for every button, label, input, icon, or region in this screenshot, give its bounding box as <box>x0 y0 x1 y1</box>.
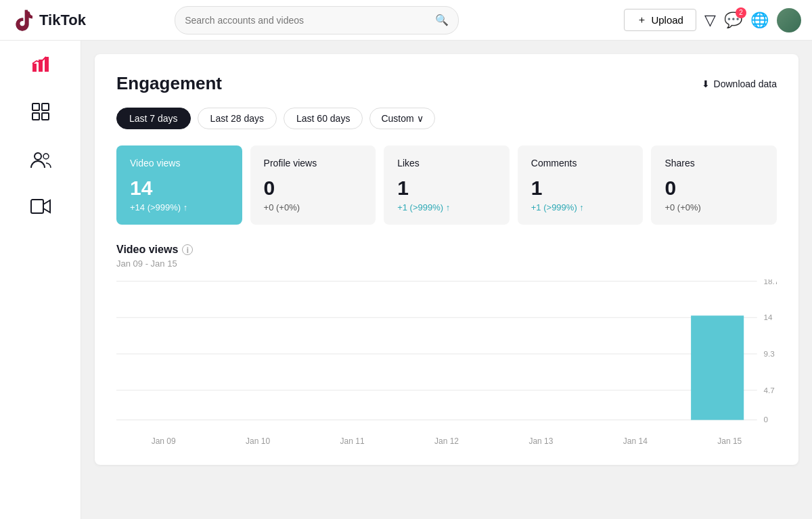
analytics-icon <box>31 54 50 78</box>
stat-change-comments: +1 (>999%) ↑ <box>531 202 630 212</box>
svg-rect-0 <box>32 64 37 72</box>
search-icon: 🔍 <box>435 14 449 26</box>
search-input[interactable] <box>185 15 435 26</box>
download-icon: ⬇ <box>702 78 710 89</box>
logo-text: TikTok <box>39 12 86 29</box>
stat-value-profile-views: 0 <box>264 177 363 200</box>
custom-label: Custom <box>381 113 413 124</box>
sidebar-item-analytics[interactable] <box>31 54 50 78</box>
engagement-header: Engagement ⬇ Download data <box>116 73 777 94</box>
stat-likes[interactable]: Likes 1 +1 (>999%) ↑ <box>384 145 510 225</box>
stat-value-comments: 1 <box>531 177 630 200</box>
filter-last-28-days[interactable]: Last 28 days <box>198 108 277 129</box>
x-label-jan11: Jan 11 <box>305 436 399 446</box>
upload-button[interactable]: ＋ Upload <box>624 9 696 31</box>
upload-label: Upload <box>651 14 683 26</box>
stat-value-shares: 0 <box>664 177 763 200</box>
chart-title: Video views i <box>116 244 777 256</box>
svg-text:0: 0 <box>763 415 768 424</box>
notification-icon[interactable]: 💬 2 <box>724 12 742 29</box>
engagement-title: Engagement <box>116 73 222 94</box>
sidebar-item-users[interactable] <box>30 150 51 174</box>
users-icon <box>30 150 51 174</box>
chart-wrapper: 18.7 14 9.3 4.7 0 Jan 09 Jan 10 Jan 11 J… <box>116 279 777 446</box>
sidebar-item-apps[interactable] <box>31 102 50 126</box>
stat-label-comments: Comments <box>531 158 630 168</box>
header: TikTok 🔍 ＋ Upload ▽ 💬 2 🌐 <box>0 0 812 41</box>
header-right: ＋ Upload ▽ 💬 2 🌐 <box>624 8 801 32</box>
stat-shares[interactable]: Shares 0 +0 (+0%) <box>651 145 777 225</box>
stat-label-video-views: Video views <box>130 158 229 168</box>
svg-rect-6 <box>42 113 49 120</box>
x-label-jan10: Jan 10 <box>210 436 304 446</box>
bar-jan15 <box>691 315 744 420</box>
chevron-down-icon: ∨ <box>417 113 424 124</box>
tiktok-logo-icon <box>11 9 34 32</box>
x-label-jan14: Jan 14 <box>588 436 682 446</box>
chart-area: 18.7 14 9.3 4.7 0 Jan 09 Jan 10 Jan 11 J… <box>116 279 777 446</box>
avatar[interactable] <box>777 8 801 32</box>
stat-change-video-views: +14 (>999%) ↑ <box>130 202 229 212</box>
svg-point-7 <box>35 153 41 160</box>
svg-point-8 <box>43 154 49 159</box>
filter-custom[interactable]: Custom ∨ <box>369 108 434 129</box>
stat-value-video-views: 14 <box>130 177 229 200</box>
stat-change-shares: +0 (+0%) <box>664 202 763 212</box>
svg-rect-5 <box>32 113 39 120</box>
info-icon: i <box>182 244 193 255</box>
stats-row: Video views 14 +14 (>999%) ↑ Profile vie… <box>116 145 777 225</box>
x-label-jan13: Jan 13 <box>494 436 588 446</box>
download-button[interactable]: ⬇ Download data <box>702 78 777 89</box>
svg-text:4.7: 4.7 <box>763 386 774 394</box>
svg-rect-3 <box>32 104 39 110</box>
svg-text:14: 14 <box>763 313 773 321</box>
chart-section: Video views i Jan 09 - Jan 15 <box>116 244 777 446</box>
globe-icon[interactable]: 🌐 <box>750 12 769 29</box>
svg-rect-4 <box>42 104 49 110</box>
filter-icon[interactable]: ▽ <box>704 12 716 29</box>
main-content: Engagement ⬇ Download data Last 7 days L… <box>81 41 812 478</box>
x-labels: Jan 09 Jan 10 Jan 11 Jan 12 Jan 13 Jan 1… <box>116 431 777 446</box>
chart-date-range: Jan 09 - Jan 15 <box>116 258 777 269</box>
svg-rect-2 <box>45 57 49 72</box>
stat-change-profile-views: +0 (+0%) <box>264 202 363 212</box>
stat-value-likes: 1 <box>397 177 496 200</box>
download-label: Download data <box>714 78 777 89</box>
upload-plus-icon: ＋ <box>637 14 647 26</box>
stat-comments[interactable]: Comments 1 +1 (>999%) ↑ <box>518 145 644 225</box>
stat-label-profile-views: Profile views <box>264 158 363 168</box>
logo[interactable]: TikTok <box>11 9 92 32</box>
stat-profile-views[interactable]: Profile views 0 +0 (+0%) <box>250 145 376 225</box>
svg-text:18.7: 18.7 <box>763 279 777 286</box>
stat-change-likes: +1 (>999%) ↑ <box>397 202 496 212</box>
filter-last-7-days[interactable]: Last 7 days <box>116 108 191 129</box>
notification-badge: 2 <box>736 7 746 18</box>
svg-text:9.3: 9.3 <box>763 349 774 358</box>
x-label-jan09: Jan 09 <box>116 436 210 446</box>
engagement-card: Engagement ⬇ Download data Last 7 days L… <box>95 54 798 465</box>
sidebar-item-videos[interactable] <box>30 198 51 219</box>
search-bar[interactable]: 🔍 <box>175 6 459 35</box>
svg-rect-9 <box>31 200 43 213</box>
date-filters: Last 7 days Last 28 days Last 60 days Cu… <box>116 108 777 129</box>
x-label-jan12: Jan 12 <box>399 436 493 446</box>
stat-label-likes: Likes <box>397 158 496 168</box>
sidebar <box>0 41 81 478</box>
stat-label-shares: Shares <box>664 158 763 168</box>
apps-icon <box>31 102 50 126</box>
filter-last-60-days[interactable]: Last 60 days <box>284 108 363 129</box>
stat-video-views[interactable]: Video views 14 +14 (>999%) ↑ <box>116 145 242 225</box>
chart-svg: 18.7 14 9.3 4.7 0 <box>116 279 777 428</box>
video-icon <box>30 198 51 219</box>
x-label-jan15: Jan 15 <box>683 436 777 446</box>
